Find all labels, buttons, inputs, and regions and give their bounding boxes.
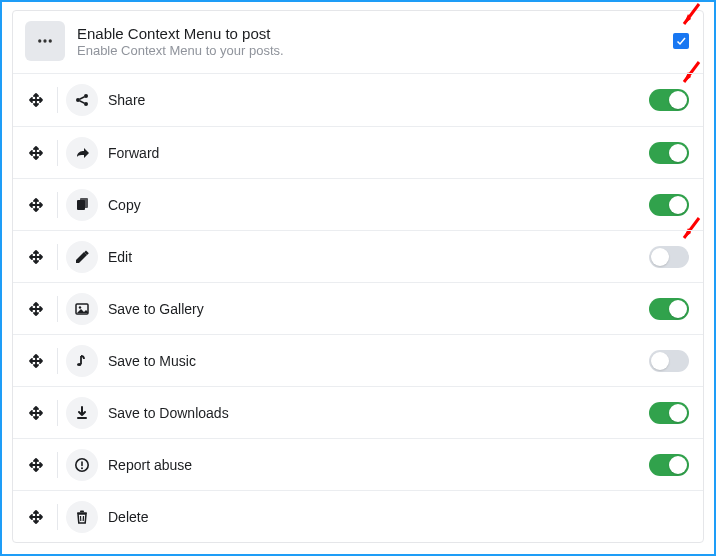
toggle-switch[interactable] <box>649 402 689 424</box>
separator <box>57 348 58 374</box>
music-icon <box>66 345 98 377</box>
separator <box>57 192 58 218</box>
separator <box>57 452 58 478</box>
menu-item-label: Forward <box>108 145 159 161</box>
separator <box>57 296 58 322</box>
copy-icon <box>66 189 98 221</box>
toggle-switch[interactable] <box>649 350 689 372</box>
drag-handle-icon[interactable] <box>27 300 45 318</box>
menu-item-label: Save to Gallery <box>108 301 204 317</box>
report-icon <box>66 449 98 481</box>
edit-icon <box>66 241 98 273</box>
menu-items-list: ShareForwardCopyEditSave to GallerySave … <box>13 74 703 542</box>
header-title: Enable Context Menu to post <box>77 25 284 42</box>
menu-item-row: Save to Music <box>13 334 703 386</box>
toggle-switch[interactable] <box>649 454 689 476</box>
separator <box>57 400 58 426</box>
toggle-switch[interactable] <box>649 142 689 164</box>
svg-point-7 <box>43 39 46 42</box>
header-text: Enable Context Menu to post Enable Conte… <box>77 25 284 58</box>
drag-handle-icon[interactable] <box>27 144 45 162</box>
drag-handle-icon[interactable] <box>27 196 45 214</box>
separator <box>57 140 58 166</box>
forward-icon <box>66 137 98 169</box>
menu-item-label: Save to Music <box>108 353 196 369</box>
menu-item-label: Report abuse <box>108 457 192 473</box>
drag-handle-icon[interactable] <box>27 456 45 474</box>
menu-item-row: Delete <box>13 490 703 542</box>
drag-handle-icon[interactable] <box>27 248 45 266</box>
menu-item-row: Save to Gallery <box>13 282 703 334</box>
drag-handle-icon[interactable] <box>27 91 45 109</box>
menu-item-row: Copy <box>13 178 703 230</box>
menu-item-label: Delete <box>108 509 148 525</box>
menu-item-label: Copy <box>108 197 141 213</box>
menu-item-row: Share <box>13 74 703 126</box>
settings-card: Enable Context Menu to post Enable Conte… <box>12 10 704 543</box>
separator <box>57 87 58 113</box>
share-icon <box>66 84 98 116</box>
menu-item-row: Save to Downloads <box>13 386 703 438</box>
ellipsis-icon <box>25 21 65 61</box>
delete-icon <box>66 501 98 533</box>
svg-point-6 <box>38 39 41 42</box>
menu-item-label: Share <box>108 92 145 108</box>
toggle-switch[interactable] <box>649 246 689 268</box>
svg-point-8 <box>49 39 52 42</box>
enable-checkbox[interactable] <box>673 33 689 49</box>
drag-handle-icon[interactable] <box>27 404 45 422</box>
drag-handle-icon[interactable] <box>27 352 45 370</box>
menu-item-row: Report abuse <box>13 438 703 490</box>
toggle-switch[interactable] <box>649 194 689 216</box>
gallery-icon <box>66 293 98 325</box>
menu-item-label: Edit <box>108 249 132 265</box>
download-icon <box>66 397 98 429</box>
header-subtitle: Enable Context Menu to your posts. <box>77 43 284 58</box>
toggle-switch[interactable] <box>649 298 689 320</box>
separator <box>57 244 58 270</box>
separator <box>57 504 58 530</box>
menu-item-label: Save to Downloads <box>108 405 229 421</box>
menu-item-row: Forward <box>13 126 703 178</box>
drag-handle-icon[interactable] <box>27 508 45 526</box>
menu-item-row: Edit <box>13 230 703 282</box>
toggle-switch[interactable] <box>649 89 689 111</box>
settings-header: Enable Context Menu to post Enable Conte… <box>13 11 703 74</box>
